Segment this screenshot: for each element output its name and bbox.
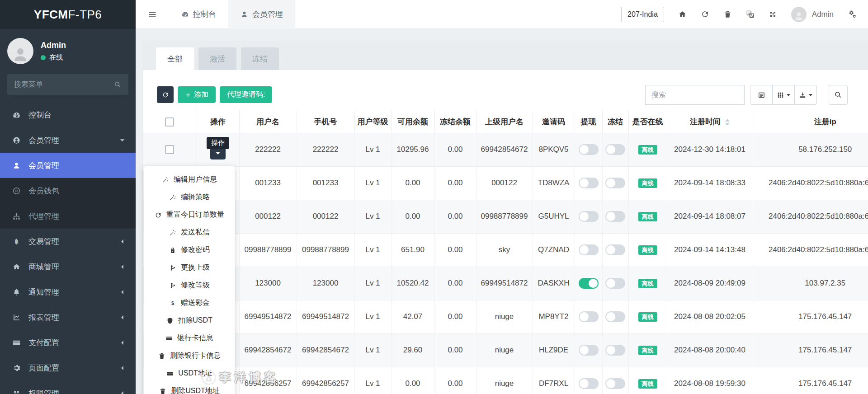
menu-search-input[interactable] (14, 80, 114, 89)
column-header-label: 用户名 (256, 117, 279, 126)
sidebar-item[interactable]: 通知管理 (0, 279, 136, 305)
agent-invite-code-button[interactable]: 代理邀请码: (220, 86, 272, 103)
table-refresh-button[interactable] (157, 86, 174, 103)
branch-icon (169, 264, 176, 272)
cell-checkbox (143, 133, 197, 166)
caret-down-icon (809, 94, 812, 96)
dropdown-item[interactable]: 更换上级 (144, 259, 235, 277)
cell-phone: 001233 (297, 166, 354, 200)
cell-reg-time: 2024-09-14 18:08:33 (667, 166, 753, 200)
columns-button[interactable] (772, 85, 795, 105)
action-tooltip: 操作 (207, 137, 229, 149)
dropdown-item[interactable]: USDT地址 (144, 365, 235, 382)
clear-cache-button[interactable] (723, 10, 732, 19)
settings-button[interactable] (848, 10, 856, 19)
freeze-toggle[interactable] (605, 244, 625, 255)
toggle-knob (606, 212, 615, 221)
toggle-knob (606, 178, 615, 188)
user-avatar (7, 38, 33, 64)
sidebar-item[interactable]: cc会员钱包 (0, 178, 136, 203)
row-checkbox[interactable] (165, 145, 174, 154)
status-tabs: 全部激活冻结 (143, 41, 868, 70)
cell-level: Lv 1 (354, 300, 391, 333)
dropdown-item[interactable]: 银行卡信息 (144, 329, 235, 347)
dropdown-item[interactable]: 删除USDT地址 (144, 382, 235, 394)
freeze-toggle[interactable] (605, 211, 625, 222)
app-logo: YFCMF-TP6 (0, 0, 136, 29)
withdraw-toggle[interactable] (579, 144, 599, 155)
dropdown-item[interactable]: 扣除USDT (144, 312, 235, 329)
dropdown-item[interactable]: $赠送彩金 (144, 294, 235, 312)
sidebar-item[interactable]: 商城管理 (0, 254, 136, 279)
admin-user-menu[interactable]: Admin (791, 7, 834, 22)
dropdown-item[interactable]: 修改等级 (144, 277, 235, 294)
withdraw-toggle[interactable] (579, 311, 599, 322)
toggle-knob (580, 212, 589, 221)
toggle-knob (580, 379, 589, 388)
header-checkbox[interactable] (165, 117, 174, 127)
export-button[interactable] (794, 85, 817, 105)
sidebar-item[interactable]: 代理管理 (0, 203, 136, 229)
sidebar-item[interactable]: 权限管理 (0, 380, 136, 394)
add-member-button[interactable]: 添加 (178, 86, 216, 103)
sidebar-item[interactable]: 支付配置 (0, 330, 136, 355)
cell-level: Lv 1 (354, 166, 391, 200)
withdraw-toggle[interactable] (579, 278, 599, 289)
cell-freeze (602, 133, 628, 166)
nav-tab-members[interactable]: 会员管理 (228, 0, 295, 29)
dropdown-item[interactable]: 编辑用户信息 (144, 171, 235, 188)
dropdown-item-label: USDT地址 (178, 369, 212, 378)
sidebar-item-label: 支付配置 (28, 338, 59, 348)
cell-invite-code: DASKXH (533, 267, 575, 300)
column-header-label: 注册时间 (690, 117, 721, 126)
sidebar-item[interactable]: 会员管理 (0, 127, 136, 153)
toggle-knob (580, 245, 589, 254)
main-content: 全部激活冻结 添加 代理邀请码: (136, 29, 868, 394)
freeze-toggle[interactable] (605, 345, 625, 356)
sidebar-toggle-button[interactable] (136, 10, 169, 19)
dropdown-item[interactable]: 重置今日订单数量 (144, 206, 235, 224)
freeze-toggle[interactable] (605, 311, 625, 322)
cell-parent-username: 09988778899 (476, 200, 533, 233)
withdraw-toggle[interactable] (579, 345, 599, 356)
fullscreen-button[interactable] (769, 10, 777, 19)
table-search-button[interactable] (829, 85, 848, 105)
freeze-toggle[interactable] (605, 178, 625, 188)
freeze-toggle[interactable] (605, 378, 625, 389)
panel-tab[interactable]: 激活 (198, 47, 236, 70)
credit-card-icon (11, 338, 22, 347)
nav-tab-console[interactable]: 控制台 (169, 0, 228, 29)
withdraw-toggle[interactable] (579, 178, 599, 188)
dropdown-item[interactable]: 修改密码 (144, 241, 235, 259)
online-status-badge: 离线 (638, 312, 657, 322)
sidebar-item[interactable]: ฿交易管理 (0, 229, 136, 254)
dropdown-item[interactable]: 编辑策略 (144, 188, 235, 206)
dropdown-item-label: 修改密码 (181, 245, 210, 255)
withdraw-toggle[interactable] (579, 211, 599, 222)
detail-view-button[interactable] (750, 85, 773, 105)
translate-button[interactable]: 文A (746, 10, 755, 19)
withdraw-toggle[interactable] (579, 244, 599, 255)
home-button[interactable] (678, 10, 687, 19)
toggle-knob (589, 279, 598, 288)
sidebar-item[interactable]: 页面配置 (0, 355, 136, 380)
freeze-toggle[interactable] (605, 144, 625, 155)
cell-username: 09988778899 (239, 233, 297, 267)
panel-tab[interactable]: 冻结 (241, 47, 279, 70)
cell-frozen-balance: 0.00 (434, 367, 476, 394)
column-header-label: 用户等级 (358, 117, 388, 126)
freeze-toggle[interactable] (605, 278, 625, 289)
dropdown-item-label: 删除银行卡信息 (170, 351, 221, 361)
wand-icon (169, 194, 176, 201)
sidebar-item[interactable]: 报表管理 (0, 305, 136, 330)
column-header: 注册ip (753, 111, 868, 133)
withdraw-toggle[interactable] (579, 378, 599, 389)
dropdown-item[interactable]: 发送私信 (144, 224, 235, 241)
panel-tab[interactable]: 全部 (156, 47, 194, 70)
sidebar-item[interactable]: 控制台 (0, 102, 136, 127)
dropdown-item[interactable]: 删除银行卡信息 (144, 347, 235, 365)
table-search-input[interactable] (645, 85, 745, 105)
refresh-button[interactable] (701, 10, 709, 19)
column-header[interactable]: 注册时间 (667, 111, 753, 133)
sidebar-item[interactable]: 会员管理 (0, 153, 136, 178)
